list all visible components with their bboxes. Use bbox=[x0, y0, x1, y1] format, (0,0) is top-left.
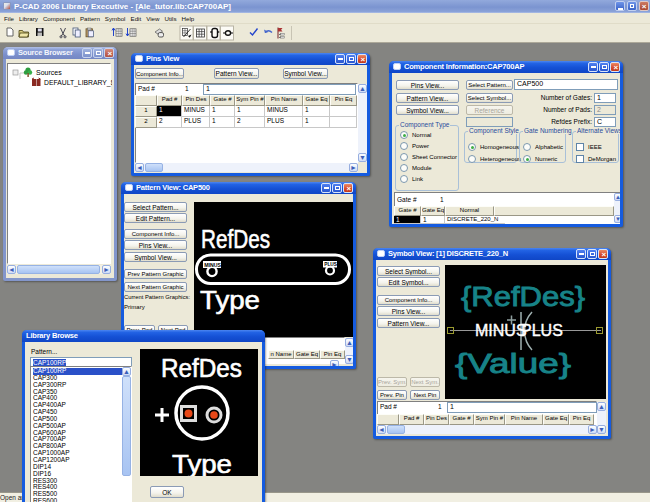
svg-text:Sources: Sources bbox=[36, 69, 62, 76]
svg-text:Type: Type bbox=[200, 285, 260, 315]
svg-text:{Value}: {Value} bbox=[455, 349, 571, 379]
svg-text:Type: Type bbox=[172, 450, 232, 476]
svg-text:PLUS: PLUS bbox=[324, 262, 338, 267]
svg-text:{RefDes}: {RefDes} bbox=[461, 282, 585, 312]
svg-text:MINUS: MINUS bbox=[475, 322, 527, 339]
svg-text:MINUS: MINUS bbox=[204, 262, 221, 268]
svg-text:RefDes: RefDes bbox=[201, 224, 270, 254]
svg-text:DEFAULT_LIBRARY_SET: DEFAULT_LIBRARY_SET bbox=[44, 79, 112, 87]
svg-text:RefDes: RefDes bbox=[161, 354, 242, 382]
svg-text:PLUS: PLUS bbox=[521, 322, 563, 339]
